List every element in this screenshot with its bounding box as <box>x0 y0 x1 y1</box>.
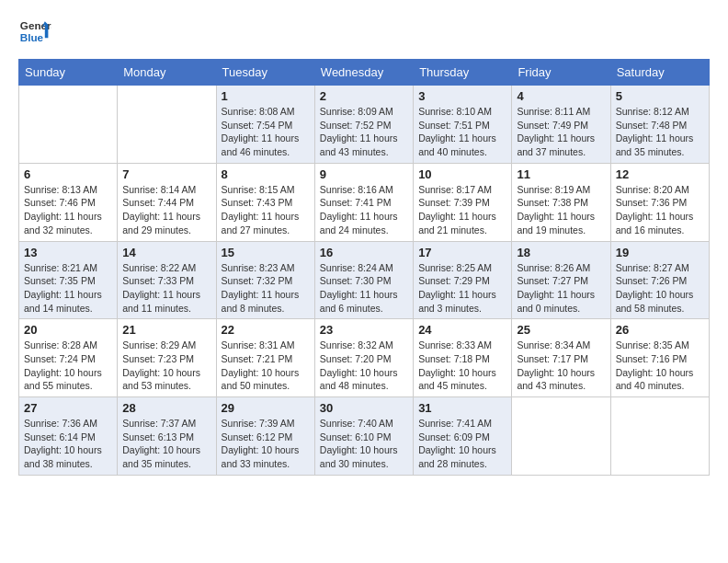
calendar-cell <box>19 86 118 164</box>
day-number: 23 <box>320 323 408 337</box>
day-info: Sunrise: 8:33 AM Sunset: 7:18 PM Dayligh… <box>418 339 506 393</box>
calendar-cell: 19Sunrise: 8:27 AM Sunset: 7:26 PM Dayli… <box>610 241 709 319</box>
weekday-header-saturday: Saturday <box>610 60 709 86</box>
calendar-cell: 23Sunrise: 8:32 AM Sunset: 7:20 PM Dayli… <box>314 319 413 397</box>
day-info: Sunrise: 8:25 AM Sunset: 7:29 PM Dayligh… <box>418 261 506 316</box>
calendar-cell: 20Sunrise: 8:28 AM Sunset: 7:24 PM Dayli… <box>19 319 118 397</box>
day-info: Sunrise: 8:29 AM Sunset: 7:23 PM Dayligh… <box>122 339 210 393</box>
calendar-cell: 3Sunrise: 8:10 AM Sunset: 7:51 PM Daylig… <box>414 86 512 164</box>
day-number: 1 <box>222 89 310 103</box>
header: General Blue <box>18 15 710 48</box>
day-number: 20 <box>24 323 112 337</box>
day-number: 29 <box>222 401 310 415</box>
day-number: 19 <box>616 246 704 259</box>
calendar-cell: 11Sunrise: 8:19 AM Sunset: 7:38 PM Dayli… <box>512 163 610 241</box>
logo-icon: General Blue <box>18 15 51 48</box>
page: General Blue SundayMondayTuesdayWednesda… <box>0 0 728 490</box>
day-info: Sunrise: 7:41 AM Sunset: 6:09 PM Dayligh… <box>418 417 506 471</box>
day-number: 14 <box>122 246 210 259</box>
calendar-cell: 10Sunrise: 8:17 AM Sunset: 7:39 PM Dayli… <box>414 163 512 241</box>
week-row-5: 27Sunrise: 7:36 AM Sunset: 6:14 PM Dayli… <box>19 397 710 476</box>
calendar-cell: 14Sunrise: 8:22 AM Sunset: 7:33 PM Dayli… <box>118 241 216 319</box>
week-row-3: 13Sunrise: 8:21 AM Sunset: 7:35 PM Dayli… <box>19 241 710 319</box>
weekday-header-tuesday: Tuesday <box>216 60 314 86</box>
day-info: Sunrise: 8:12 AM Sunset: 7:48 PM Dayligh… <box>616 105 704 159</box>
day-number: 9 <box>320 167 408 181</box>
day-info: Sunrise: 7:40 AM Sunset: 6:10 PM Dayligh… <box>320 417 408 471</box>
day-number: 7 <box>122 167 210 181</box>
day-number: 13 <box>24 246 112 259</box>
calendar-cell: 16Sunrise: 8:24 AM Sunset: 7:30 PM Dayli… <box>314 241 413 319</box>
day-info: Sunrise: 8:10 AM Sunset: 7:51 PM Dayligh… <box>418 105 506 159</box>
day-info: Sunrise: 8:13 AM Sunset: 7:46 PM Dayligh… <box>24 183 112 237</box>
day-info: Sunrise: 8:34 AM Sunset: 7:17 PM Dayligh… <box>517 339 605 393</box>
day-number: 22 <box>222 323 310 337</box>
day-number: 16 <box>320 246 408 259</box>
day-info: Sunrise: 8:16 AM Sunset: 7:41 PM Dayligh… <box>320 183 408 237</box>
day-info: Sunrise: 8:11 AM Sunset: 7:49 PM Dayligh… <box>517 105 605 159</box>
day-info: Sunrise: 8:27 AM Sunset: 7:26 PM Dayligh… <box>616 261 704 316</box>
day-number: 6 <box>24 167 112 181</box>
day-number: 8 <box>222 167 310 181</box>
weekday-header-row: SundayMondayTuesdayWednesdayThursdayFrid… <box>19 60 710 86</box>
day-info: Sunrise: 8:23 AM Sunset: 7:32 PM Dayligh… <box>222 261 310 316</box>
calendar-cell: 9Sunrise: 8:16 AM Sunset: 7:41 PM Daylig… <box>314 163 413 241</box>
calendar-cell: 27Sunrise: 7:36 AM Sunset: 6:14 PM Dayli… <box>19 397 118 476</box>
week-row-4: 20Sunrise: 8:28 AM Sunset: 7:24 PM Dayli… <box>19 319 710 397</box>
calendar-cell: 6Sunrise: 8:13 AM Sunset: 7:46 PM Daylig… <box>19 163 118 241</box>
day-info: Sunrise: 8:24 AM Sunset: 7:30 PM Dayligh… <box>320 261 408 316</box>
day-info: Sunrise: 7:39 AM Sunset: 6:12 PM Dayligh… <box>222 417 310 471</box>
day-info: Sunrise: 7:36 AM Sunset: 6:14 PM Dayligh… <box>24 417 112 471</box>
day-number: 15 <box>222 246 310 259</box>
calendar-cell: 29Sunrise: 7:39 AM Sunset: 6:12 PM Dayli… <box>216 397 314 476</box>
day-number: 25 <box>517 323 605 337</box>
svg-text:Blue: Blue <box>20 31 44 43</box>
day-number: 4 <box>517 89 605 103</box>
calendar-cell: 24Sunrise: 8:33 AM Sunset: 7:18 PM Dayli… <box>414 319 512 397</box>
weekday-header-friday: Friday <box>512 60 610 86</box>
day-info: Sunrise: 8:08 AM Sunset: 7:54 PM Dayligh… <box>222 105 310 159</box>
week-row-1: 1Sunrise: 8:08 AM Sunset: 7:54 PM Daylig… <box>19 86 710 164</box>
day-number: 5 <box>616 89 704 103</box>
calendar-cell: 25Sunrise: 8:34 AM Sunset: 7:17 PM Dayli… <box>512 319 610 397</box>
day-info: Sunrise: 8:26 AM Sunset: 7:27 PM Dayligh… <box>517 261 605 316</box>
day-info: Sunrise: 8:31 AM Sunset: 7:21 PM Dayligh… <box>222 339 310 393</box>
day-info: Sunrise: 8:22 AM Sunset: 7:33 PM Dayligh… <box>122 261 210 316</box>
calendar-cell: 8Sunrise: 8:15 AM Sunset: 7:43 PM Daylig… <box>216 163 314 241</box>
day-number: 24 <box>418 323 506 337</box>
calendar-cell: 1Sunrise: 8:08 AM Sunset: 7:54 PM Daylig… <box>216 86 314 164</box>
day-info: Sunrise: 8:32 AM Sunset: 7:20 PM Dayligh… <box>320 339 408 393</box>
calendar-cell <box>512 397 610 476</box>
calendar-cell: 26Sunrise: 8:35 AM Sunset: 7:16 PM Dayli… <box>610 319 709 397</box>
day-number: 28 <box>122 401 210 415</box>
day-info: Sunrise: 8:28 AM Sunset: 7:24 PM Dayligh… <box>24 339 112 393</box>
day-number: 12 <box>616 167 704 181</box>
day-number: 27 <box>24 401 112 415</box>
weekday-header-sunday: Sunday <box>19 60 118 86</box>
day-number: 17 <box>418 246 506 259</box>
day-number: 11 <box>517 167 605 181</box>
calendar-cell: 31Sunrise: 7:41 AM Sunset: 6:09 PM Dayli… <box>414 397 512 476</box>
calendar-cell: 2Sunrise: 8:09 AM Sunset: 7:52 PM Daylig… <box>314 86 413 164</box>
logo: General Blue <box>18 15 51 48</box>
day-info: Sunrise: 8:19 AM Sunset: 7:38 PM Dayligh… <box>517 183 605 237</box>
day-number: 30 <box>320 401 408 415</box>
day-number: 26 <box>616 323 704 337</box>
calendar-cell: 28Sunrise: 7:37 AM Sunset: 6:13 PM Dayli… <box>118 397 216 476</box>
calendar-cell: 15Sunrise: 8:23 AM Sunset: 7:32 PM Dayli… <box>216 241 314 319</box>
calendar-cell: 13Sunrise: 8:21 AM Sunset: 7:35 PM Dayli… <box>19 241 118 319</box>
calendar-cell: 22Sunrise: 8:31 AM Sunset: 7:21 PM Dayli… <box>216 319 314 397</box>
day-info: Sunrise: 8:35 AM Sunset: 7:16 PM Dayligh… <box>616 339 704 393</box>
calendar-cell <box>118 86 216 164</box>
calendar-cell: 12Sunrise: 8:20 AM Sunset: 7:36 PM Dayli… <box>610 163 709 241</box>
calendar-cell: 21Sunrise: 8:29 AM Sunset: 7:23 PM Dayli… <box>118 319 216 397</box>
weekday-header-wednesday: Wednesday <box>314 60 413 86</box>
calendar-cell: 5Sunrise: 8:12 AM Sunset: 7:48 PM Daylig… <box>610 86 709 164</box>
calendar-cell <box>610 397 709 476</box>
day-number: 18 <box>517 246 605 259</box>
day-number: 2 <box>320 89 408 103</box>
day-info: Sunrise: 8:17 AM Sunset: 7:39 PM Dayligh… <box>418 183 506 237</box>
calendar-cell: 4Sunrise: 8:11 AM Sunset: 7:49 PM Daylig… <box>512 86 610 164</box>
calendar-table: SundayMondayTuesdayWednesdayThursdayFrid… <box>18 59 710 476</box>
day-info: Sunrise: 8:09 AM Sunset: 7:52 PM Dayligh… <box>320 105 408 159</box>
